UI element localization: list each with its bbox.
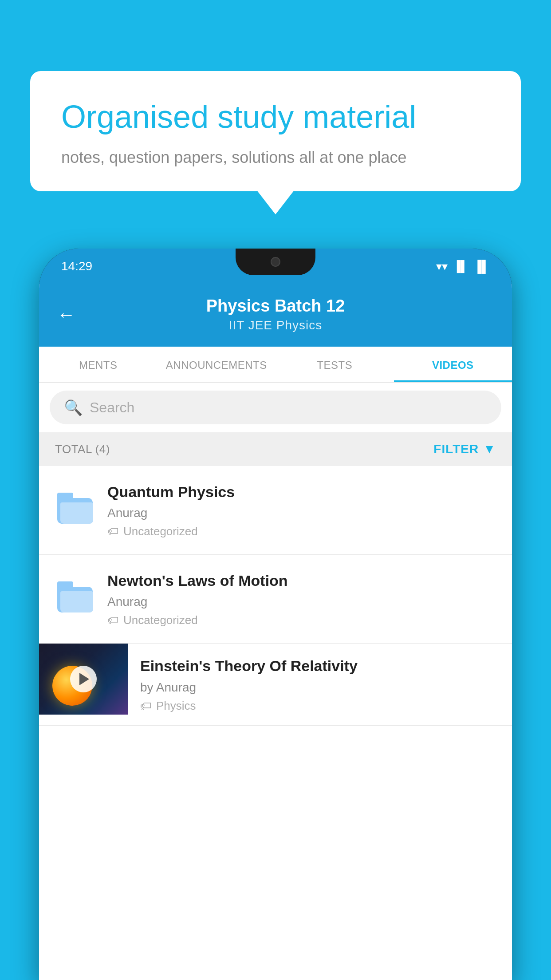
search-bar[interactable]: 🔍 Search bbox=[50, 391, 501, 424]
camera bbox=[271, 257, 280, 267]
video-tag: 🏷 Uncategorized bbox=[107, 613, 496, 627]
video-info-quantum: Quantum Physics Anurag 🏷 Uncategorized bbox=[107, 482, 496, 538]
battery-icon: ▐▌ bbox=[473, 260, 490, 273]
video-title: Newton's Laws of Motion bbox=[107, 571, 496, 590]
tag-icon: 🏷 bbox=[140, 699, 152, 713]
video-title: Quantum Physics bbox=[107, 482, 496, 502]
status-bar: 14:29 ▾▾ ▐▌ ▐▌ bbox=[39, 249, 512, 284]
video-author: Anurag bbox=[107, 506, 496, 520]
list-item[interactable]: Quantum Physics Anurag 🏷 Uncategorized bbox=[39, 466, 512, 555]
tab-videos[interactable]: VIDEOS bbox=[394, 347, 512, 382]
status-time: 14:29 bbox=[61, 259, 92, 273]
tab-bar: MENTS ANNOUNCEMENTS TESTS VIDEOS bbox=[39, 347, 512, 383]
video-list: Quantum Physics Anurag 🏷 Uncategorized bbox=[39, 466, 512, 726]
phone-frame: 14:29 ▾▾ ▐▌ ▐▌ ← Physics Batch 12 IIT JE… bbox=[39, 249, 512, 980]
tag-label: Uncategorized bbox=[123, 525, 198, 538]
play-button[interactable] bbox=[70, 666, 97, 692]
signal-icon: ▐▌ bbox=[453, 260, 468, 273]
notch bbox=[236, 249, 315, 275]
header-title: Physics Batch 12 bbox=[206, 296, 345, 316]
wifi-icon: ▾▾ bbox=[436, 260, 448, 273]
status-icons: ▾▾ ▐▌ ▐▌ bbox=[436, 260, 490, 273]
back-button[interactable]: ← bbox=[57, 304, 75, 325]
filter-button[interactable]: FILTER ▼ bbox=[433, 442, 496, 456]
list-item[interactable]: Newton's Laws of Motion Anurag 🏷 Uncateg… bbox=[39, 555, 512, 644]
tab-tests[interactable]: TESTS bbox=[276, 347, 394, 382]
video-info-einstein: Einstein's Theory Of Relativity by Anura… bbox=[128, 644, 512, 725]
phone-inner: ← Physics Batch 12 IIT JEE Physics MENTS… bbox=[39, 284, 512, 980]
speech-bubble-container: Organised study material notes, question… bbox=[30, 71, 521, 191]
bubble-title: Organised study material bbox=[61, 98, 490, 136]
play-icon bbox=[79, 673, 89, 685]
tag-icon: 🏷 bbox=[107, 613, 119, 627]
speech-bubble: Organised study material notes, question… bbox=[30, 71, 521, 191]
video-title: Einstein's Theory Of Relativity bbox=[140, 656, 500, 676]
app-header: ← Physics Batch 12 IIT JEE Physics bbox=[39, 284, 512, 347]
search-bar-container: 🔍 Search bbox=[39, 383, 512, 432]
header-subtitle: IIT JEE Physics bbox=[206, 318, 345, 332]
video-author: by Anurag bbox=[140, 680, 500, 695]
search-placeholder: Search bbox=[90, 399, 134, 416]
list-item[interactable]: Einstein's Theory Of Relativity by Anura… bbox=[39, 644, 512, 725]
total-count: TOTAL (4) bbox=[55, 443, 110, 456]
bubble-subtitle: notes, question papers, solutions all at… bbox=[61, 148, 490, 167]
tag-icon: 🏷 bbox=[107, 525, 119, 538]
tag-label: Physics bbox=[156, 699, 196, 713]
tag-label: Uncategorized bbox=[123, 613, 198, 627]
filter-label: FILTER bbox=[433, 442, 479, 456]
filter-bar: TOTAL (4) FILTER ▼ bbox=[39, 432, 512, 466]
header-title-group: Physics Batch 12 IIT JEE Physics bbox=[206, 296, 345, 332]
tab-ments[interactable]: MENTS bbox=[39, 347, 157, 382]
video-folder-icon bbox=[55, 573, 95, 621]
tab-announcements[interactable]: ANNOUNCEMENTS bbox=[157, 347, 276, 382]
video-tag: 🏷 Uncategorized bbox=[107, 525, 496, 538]
filter-icon: ▼ bbox=[483, 442, 496, 456]
video-tag: 🏷 Physics bbox=[140, 699, 500, 713]
video-info-newton: Newton's Laws of Motion Anurag 🏷 Uncateg… bbox=[107, 571, 496, 627]
video-folder-icon bbox=[55, 484, 95, 533]
video-author: Anurag bbox=[107, 595, 496, 609]
video-thumbnail bbox=[39, 644, 128, 715]
search-icon: 🔍 bbox=[64, 399, 83, 416]
